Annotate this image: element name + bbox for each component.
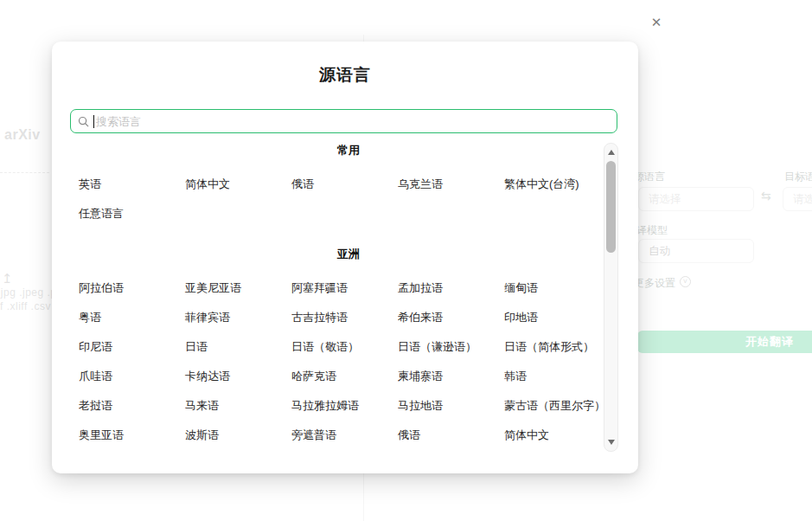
language-item[interactable]: 俄语 (398, 420, 504, 449)
language-item[interactable]: 菲律宾语 (185, 302, 291, 331)
language-item[interactable]: 缅甸语 (504, 273, 611, 302)
search-box[interactable] (70, 109, 617, 133)
source-language-dialog: 源语言 常用英语简体中文俄语乌克兰语繁体中文(台湾)任意语言亚洲阿拉伯语亚美尼亚… (52, 42, 638, 473)
language-item[interactable]: 简体中文 (504, 420, 611, 449)
close-icon[interactable]: ✕ (648, 14, 665, 31)
language-item[interactable]: 旁遮普语 (291, 420, 398, 449)
scrollbar[interactable] (604, 143, 618, 452)
language-grid: 英语简体中文俄语乌克兰语繁体中文(台湾)任意语言 (79, 169, 618, 228)
section-header: 亚洲 (79, 241, 618, 267)
language-item[interactable]: 蒙古语（西里尔字） (504, 390, 611, 420)
language-item[interactable]: 马拉地语 (398, 390, 504, 420)
language-item[interactable]: 俄语 (291, 169, 398, 198)
language-item[interactable]: 日语（简体形式） (504, 331, 611, 361)
language-item[interactable]: 老挝语 (79, 390, 185, 420)
language-item[interactable]: 日语（谦逊语） (398, 331, 504, 361)
language-item[interactable]: 乌克兰语 (398, 169, 504, 198)
language-item[interactable]: 卡纳达语 (185, 361, 291, 390)
scroll-down-arrow-icon[interactable] (608, 440, 615, 445)
language-item[interactable]: 繁体中文(台湾) (504, 169, 611, 198)
language-item[interactable]: 希伯来语 (398, 302, 504, 331)
language-item[interactable]: 韩语 (504, 361, 611, 390)
language-item[interactable]: 亚美尼亚语 (185, 273, 291, 302)
language-item[interactable]: 柬埔寨语 (398, 361, 504, 390)
language-item[interactable]: 简体中文 (185, 169, 291, 198)
page: arXiv ↥ .jpg .jpeg .pn f .xliff .csv .ts… (0, 0, 812, 521)
language-section: 常用英语简体中文俄语乌克兰语繁体中文(台湾)任意语言 (79, 138, 618, 228)
language-item[interactable]: 印尼语 (79, 331, 185, 361)
language-item[interactable]: 波斯语 (185, 420, 291, 449)
language-item[interactable]: 马来语 (185, 390, 291, 420)
language-item[interactable]: 粤语 (79, 302, 185, 331)
language-item[interactable]: 古吉拉特语 (291, 302, 398, 331)
language-item[interactable]: 爪哇语 (79, 361, 185, 390)
language-item[interactable]: 孟加拉语 (398, 273, 504, 302)
dialog-title: 源语言 (52, 64, 638, 87)
language-item[interactable]: 印地语 (504, 302, 611, 331)
language-item[interactable]: 日语 (185, 331, 291, 361)
language-item[interactable]: 英语 (79, 169, 185, 198)
language-item[interactable]: 日语（敬语） (291, 331, 398, 361)
scroll-up-arrow-icon[interactable] (608, 150, 615, 155)
language-section: 亚洲阿拉伯语亚美尼亚语阿塞拜疆语孟加拉语缅甸语粤语菲律宾语古吉拉特语希伯来语印地… (79, 241, 618, 449)
scrollbar-thumb[interactable] (606, 161, 616, 253)
language-item[interactable]: 阿拉伯语 (79, 273, 185, 302)
language-item[interactable]: 阿塞拜疆语 (291, 273, 398, 302)
language-list: 常用英语简体中文俄语乌克兰语繁体中文(台湾)任意语言亚洲阿拉伯语亚美尼亚语阿塞拜… (70, 138, 618, 449)
search-input[interactable] (94, 115, 617, 128)
language-item[interactable]: 哈萨克语 (291, 361, 398, 390)
language-item[interactable]: 任意语言 (79, 198, 185, 228)
language-item[interactable]: 马拉雅拉姆语 (291, 390, 398, 420)
search-icon (78, 116, 89, 127)
section-header: 常用 (79, 138, 618, 164)
language-item[interactable]: 奥里亚语 (79, 420, 185, 449)
language-grid: 阿拉伯语亚美尼亚语阿塞拜疆语孟加拉语缅甸语粤语菲律宾语古吉拉特语希伯来语印地语印… (79, 273, 618, 449)
